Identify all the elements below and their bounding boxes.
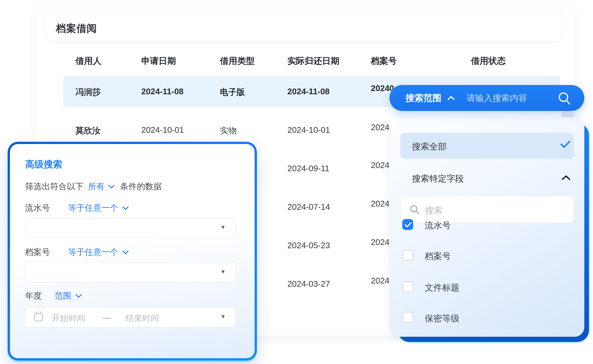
condition-year-row: 年度 范围 — [25, 290, 82, 301]
cell-apply-date: 2024-11-08 — [141, 87, 184, 97]
cell-archive-no: 2024 — [371, 160, 389, 170]
caret-down-icon: ▼ — [220, 314, 226, 320]
checkbox-icon[interactable] — [402, 312, 413, 323]
cell-return-date: 2024-10-01 — [287, 125, 330, 135]
cell-return-date: 2024-03-27 — [287, 279, 330, 289]
chevron-down-icon[interactable] — [75, 294, 82, 298]
checkbox-icon[interactable] — [402, 250, 413, 261]
search-all-label: 搜索全部 — [412, 141, 447, 152]
advanced-search-title: 高级搜索 — [25, 158, 62, 171]
caret-down-icon: ▼ — [220, 269, 226, 275]
col-borrower: 借用人 — [75, 55, 101, 67]
field-option-archive-no[interactable]: 档案号 — [402, 250, 576, 263]
checkbox-icon[interactable] — [402, 281, 413, 292]
cell-return-date: 2024-05-23 — [287, 241, 330, 250]
field-option-label: 保密等级 — [425, 313, 459, 324]
col-borrow-status: 借用状态 — [471, 55, 506, 67]
field-option-label: 档案号 — [425, 250, 451, 262]
check-icon — [560, 140, 571, 150]
cell-return-date: 2024-07-14 — [287, 202, 330, 212]
chevron-up-icon[interactable] — [447, 96, 455, 100]
cell-return-date: 2024-09-11 — [287, 164, 329, 174]
col-borrow-type: 借用类型 — [220, 55, 255, 67]
chevron-down-icon[interactable] — [122, 206, 129, 210]
start-date-placeholder[interactable]: 开始时间 — [52, 313, 85, 324]
chevron-down-icon[interactable] — [108, 184, 115, 189]
window-header-bar — [45, 11, 562, 42]
advanced-search-panel: 高级搜索 筛选出符合以下 所有 条件的数据 流水号 等于任意一个 ▼ — [8, 142, 257, 360]
field-option-label: 文件标题 — [425, 282, 459, 293]
condition-archive-value-select[interactable]: ▼ — [25, 262, 236, 283]
condition-operator-dropdown[interactable]: 等于任意一个 — [68, 202, 118, 214]
filter-prefix: 筛选出符合以下 — [25, 181, 83, 192]
screenshot-stage: 档案借阅 借用人 申请日期 借用类型 实际归还日期 档案号 借用状态 冯润莎 2… — [0, 0, 593, 364]
field-option-secrecy[interactable]: 保密等级 — [402, 312, 576, 325]
advanced-search-body: 高级搜索 筛选出符合以下 所有 条件的数据 流水号 等于任意一个 ▼ — [10, 144, 255, 358]
filter-suffix: 条件的数据 — [120, 181, 162, 192]
condition-field: 流水号 — [25, 202, 50, 214]
year-range-picker[interactable]: 开始时间 — 结束时间 ▼ — [25, 307, 236, 327]
cell-borrow-type: 实物 — [220, 125, 237, 136]
search-icon[interactable] — [557, 91, 571, 107]
col-archive-no: 档案号 — [371, 55, 397, 67]
scope-panel-body: 搜索全部 搜索特定字段 搜索 流水号 档案 — [389, 117, 584, 337]
page-title: 档案借阅 — [56, 22, 97, 35]
condition-operator-dropdown[interactable]: 等于任意一个 — [68, 247, 118, 258]
calendar-icon — [34, 313, 43, 321]
search-scope-panel: 搜索全部 搜索特定字段 搜索 流水号 档案 — [389, 117, 584, 337]
chevron-down-icon[interactable] — [122, 250, 129, 255]
checkbox-checked-icon[interactable] — [402, 219, 413, 230]
chevron-up-icon[interactable] — [562, 175, 571, 182]
filter-sentence: 筛选出符合以下 所有 条件的数据 — [25, 181, 162, 192]
col-return-date: 实际归还日期 — [287, 55, 339, 67]
search-input-placeholder[interactable]: 请输入搜索内容 — [467, 92, 527, 104]
cell-archive-no: 2024 — [371, 123, 389, 132]
field-option-serial[interactable]: 流水号 — [402, 219, 576, 232]
cell-borrower: 莫欣汝 — [75, 125, 100, 136]
condition-field: 年度 — [25, 290, 42, 301]
cell-apply-date: 2024-10-01 — [141, 125, 184, 135]
caret-down-icon: ▼ — [220, 224, 226, 231]
field-search-placeholder: 搜索 — [425, 205, 442, 216]
cell-borrower: 冯润莎 — [75, 87, 100, 98]
cell-archive-no: 2024 — [371, 276, 389, 286]
date-range-separator: — — [102, 313, 111, 323]
condition-archive-row: 档案号 等于任意一个 — [25, 247, 129, 258]
cell-return-date: 2024-11-08 — [287, 87, 330, 97]
search-scope-button[interactable]: 搜索范围 — [406, 92, 441, 104]
field-option-label: 流水号 — [425, 220, 451, 231]
cell-borrow-type: 电子版 — [220, 87, 245, 98]
search-icon — [410, 205, 420, 216]
col-apply-date: 申请日期 — [141, 55, 176, 67]
condition-operator-dropdown[interactable]: 范围 — [55, 290, 71, 301]
search-specific-option[interactable]: 搜索特定字段 — [412, 173, 464, 184]
search-bar[interactable]: 搜索范围 请输入搜索内容 — [389, 85, 584, 111]
cell-archive-no: 2024 — [371, 237, 389, 247]
field-option-doc-title[interactable]: 文件标题 — [402, 281, 576, 294]
filter-match-dropdown[interactable]: 所有 — [88, 181, 105, 192]
cell-archive-no: 2024 — [371, 199, 389, 209]
condition-field: 档案号 — [25, 247, 50, 258]
condition-serial-value-select[interactable]: ▼ — [25, 217, 236, 238]
condition-serial-row: 流水号 等于任意一个 — [25, 202, 129, 214]
end-date-placeholder[interactable]: 结束时间 — [126, 313, 159, 324]
